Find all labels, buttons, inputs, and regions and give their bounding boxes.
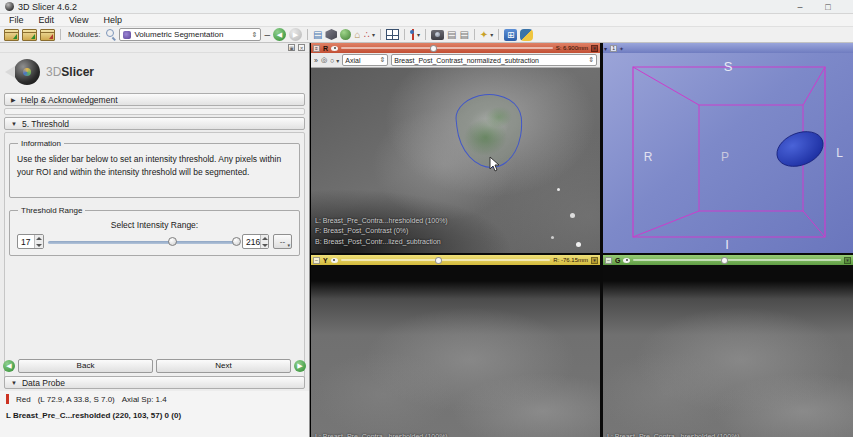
load-dicom-icon[interactable] <box>22 29 37 41</box>
data-module-icon[interactable]: ▤ <box>313 30 322 40</box>
threshold-min-spinbox[interactable]: 17 <box>17 234 44 249</box>
spin-arrows-icon[interactable] <box>260 235 268 248</box>
minimize-button[interactable]: – <box>794 2 806 12</box>
crosshair-icon[interactable]: ✦ <box>480 30 488 40</box>
green-view-options-icon[interactable]: ▾ <box>844 257 851 264</box>
yellow-visibility-eye-icon[interactable] <box>331 258 338 263</box>
axis-label-superior: S <box>724 59 733 74</box>
range-options-button[interactable]: -- ▾ <box>273 234 292 249</box>
threshold-min-handle[interactable] <box>168 237 177 246</box>
layout-selector-icon[interactable] <box>386 29 399 40</box>
module-history-icon[interactable]: – <box>264 30 270 40</box>
back-icon[interactable]: ◀ <box>273 28 286 41</box>
back-button[interactable]: Back <box>18 359 153 373</box>
pin-icon[interactable]: ◎ <box>321 56 327 64</box>
probe-slice-line: Red (L 72.9, A 33.8, S 7.0) Axial Sp: 1.… <box>6 394 303 404</box>
segmentation-module-icon[interactable] <box>340 29 351 40</box>
yellow-slice-handle[interactable] <box>435 257 442 264</box>
mouse-mode-dropdown-icon[interactable]: ▾ <box>417 31 420 38</box>
link-dropdown-icon[interactable]: ▾ <box>336 57 339 64</box>
threshold-section-header[interactable]: ▼ 5. Threshold <box>4 117 305 130</box>
load-data-icon[interactable] <box>4 29 19 41</box>
range-options-label: -- <box>280 237 285 246</box>
threshold-range-title: Threshold Range <box>18 206 85 215</box>
intensity-range-row: 17 216 -- ▾ <box>17 234 292 249</box>
volume-rendering-icon[interactable] <box>325 29 337 40</box>
green-visibility-eye-icon[interactable] <box>623 258 630 263</box>
spin-arrows-icon[interactable] <box>34 235 43 248</box>
red-visibility-eye-icon[interactable] <box>331 46 338 51</box>
axis-label-left: L <box>836 146 843 160</box>
green-view-menu-icon[interactable]: – <box>605 257 612 264</box>
threshold-range-slider[interactable] <box>48 235 238 249</box>
orientation-selector[interactable]: Axial ⇕ <box>342 54 388 66</box>
red-view-menu-icon[interactable]: ≡ <box>313 45 320 52</box>
mouse-mode-icon[interactable] <box>410 29 415 40</box>
panel-bottom: ◀ Back Next ▶ ▼ Data Probe Red (L 72.9, … <box>0 357 309 437</box>
maximize-button[interactable]: □ <box>822 2 834 12</box>
red-slice-slider[interactable] <box>341 44 553 52</box>
threeD-pin-icon[interactable]: ✦ <box>619 45 624 52</box>
yellow-slice-image[interactable]: L: Breast_Pre_Contra...hresholded (100%) <box>311 265 600 437</box>
panel-close-icon[interactable]: ✕ <box>298 44 305 51</box>
red-slice-image[interactable]: L: Breast_Pre_Contra...hresholded (100%)… <box>311 68 600 253</box>
green-slice-slider[interactable] <box>633 256 841 264</box>
red-view-options-icon[interactable]: ▾ <box>591 45 598 52</box>
window-controls: – □ <box>794 2 848 12</box>
separator <box>498 29 499 40</box>
separator <box>60 29 61 40</box>
panel-popup-icon[interactable]: ▣ <box>288 44 295 51</box>
slider-track[interactable] <box>633 259 841 261</box>
combo-spin-icon: ⇕ <box>252 31 258 39</box>
menu-file[interactable]: File <box>9 15 24 25</box>
background-volume-selector[interactable]: Breast_Post_Contrast_normalized_subtract… <box>391 54 597 66</box>
slider-track[interactable] <box>341 47 553 49</box>
module-selector-value: Volumetric Segmentation <box>134 30 223 39</box>
yellow-slice-bar: – Y R: -76.15mm ▾ <box>311 255 600 265</box>
threshold-max-spinbox[interactable]: 216 <box>242 234 269 249</box>
menu-view[interactable]: View <box>69 15 88 25</box>
breakout-icon[interactable]: » <box>314 57 318 64</box>
python-console-icon[interactable] <box>520 29 533 41</box>
extensions-manager-icon[interactable]: ⊞ <box>504 29 517 41</box>
threeD-scene[interactable]: S R P L I <box>603 53 853 253</box>
green-slice-handle[interactable] <box>721 257 728 264</box>
next-arrow-icon[interactable]: ▶ <box>294 360 306 372</box>
forward-icon[interactable]: ▶ <box>289 28 302 41</box>
link-icon[interactable]: ○ <box>330 57 334 64</box>
dropdown-icon[interactable]: ▾ <box>372 31 375 38</box>
menu-edit[interactable]: Edit <box>39 15 55 25</box>
back-arrow-icon[interactable]: ◀ <box>3 360 15 372</box>
yellow-slice-offset: R: -76.15mm <box>553 257 588 263</box>
threshold-max-handle[interactable] <box>232 237 241 246</box>
slider-track[interactable] <box>341 259 551 261</box>
yellow-view-options-icon[interactable]: ▾ <box>591 257 598 264</box>
yellow-view-menu-icon[interactable]: – <box>313 257 320 264</box>
screenshot-icon[interactable] <box>431 30 444 40</box>
slider-track[interactable] <box>48 241 238 244</box>
yellow-slice-slider[interactable] <box>341 256 551 264</box>
separator <box>380 29 381 40</box>
threeD-menu-dropdown-icon[interactable]: ▾ <box>604 45 607 52</box>
scene-view-restore-icon[interactable]: ▤ <box>459 30 468 40</box>
scene-view-capture-icon[interactable]: ▤ <box>447 30 456 40</box>
next-button[interactable]: Next <box>156 359 291 373</box>
module-search-icon[interactable] <box>105 29 116 40</box>
menu-help[interactable]: Help <box>103 15 122 25</box>
help-acknowledgement-section[interactable]: ▶ Help & Acknowledgement <box>4 93 305 106</box>
threshold-max-value: 216 <box>246 237 260 247</box>
home-icon[interactable]: ⌂ <box>354 30 360 40</box>
red-slice-color-icon <box>6 394 9 404</box>
module-selector[interactable]: Volumetric Segmentation ⇕ <box>119 28 261 41</box>
data-probe-header[interactable]: ▼ Data Probe <box>4 376 305 389</box>
yellow-view-label: Y <box>323 257 328 264</box>
probe-layer-line: L Breast_Pre_C...resholded (220, 103, 57… <box>6 411 303 420</box>
modules-label: Modules: <box>68 30 100 39</box>
save-icon[interactable] <box>40 29 55 41</box>
green-slice-image[interactable]: L: Breast_Pre_Contra...hresholded (100%) <box>603 265 853 437</box>
expanded-arrow-icon: ▼ <box>11 121 17 127</box>
separator <box>474 29 475 40</box>
crosshair-dropdown-icon[interactable]: ▾ <box>490 31 493 38</box>
red-slice-handle[interactable] <box>430 45 437 52</box>
network-icon[interactable]: ∴ <box>364 30 370 40</box>
